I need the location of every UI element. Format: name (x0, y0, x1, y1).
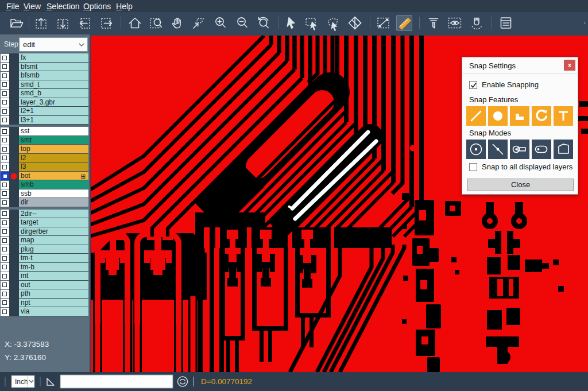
svg-text:D=0.00770192: D=0.00770192 (201, 377, 252, 386)
svg-text:Inch: Inch (15, 378, 28, 386)
